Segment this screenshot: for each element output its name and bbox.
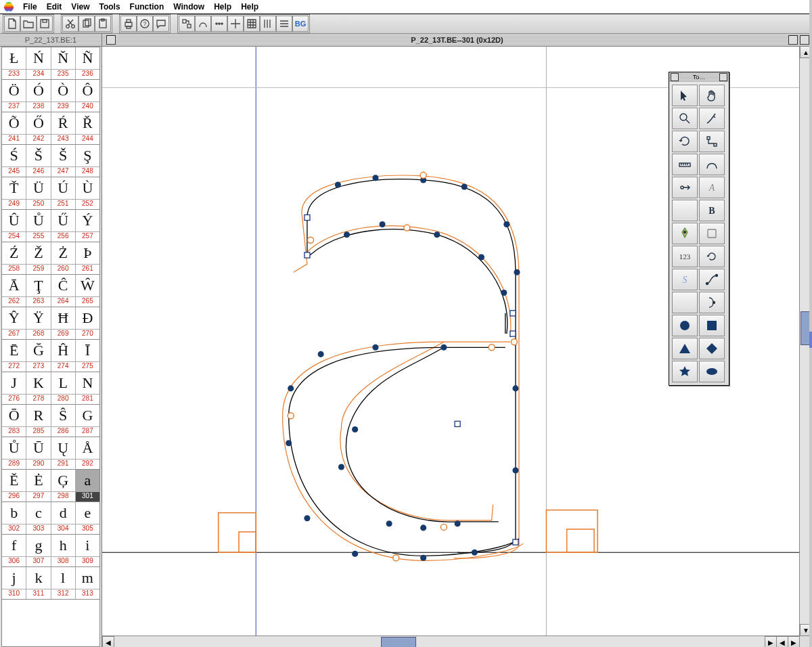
menu-window[interactable]: Window	[173, 2, 204, 12]
triangle-shape[interactable]	[672, 338, 698, 359]
glyph-cell-274[interactable]: Ĥ274	[51, 340, 76, 372]
paste-button[interactable]	[95, 16, 111, 32]
glyph-cell-303[interactable]: c303	[26, 502, 51, 535]
glyph-cell-290[interactable]: Ū290	[26, 437, 51, 470]
tools-palette-titlebar[interactable]: To…	[669, 72, 729, 82]
rotate-tool[interactable]	[672, 131, 698, 152]
glyph-cell-313[interactable]: m313	[76, 567, 99, 600]
glyph-cell-269[interactable]: Ħ269	[51, 307, 76, 340]
glyph-cell-302[interactable]: b302	[2, 502, 26, 535]
rows-button[interactable]	[276, 16, 292, 32]
glyph-cell-286[interactable]: Ŝ286	[51, 405, 76, 437]
glyph-cell-273[interactable]: Ğ273	[26, 340, 51, 372]
glyph-cell-251[interactable]: Ú251	[51, 177, 76, 210]
measure-button[interactable]	[211, 16, 227, 32]
glyph-cell-312[interactable]: l312	[51, 567, 76, 600]
glyph-cell-260[interactable]: Ż260	[51, 242, 76, 275]
glyph-cell-258[interactable]: Ź258	[2, 242, 26, 275]
glyph-cell-311[interactable]: k311	[26, 567, 51, 600]
zoom-tool[interactable]	[672, 108, 698, 129]
scroll-thumb-horizontal[interactable]	[381, 637, 416, 647]
glyph-cell-281[interactable]: N281	[76, 372, 99, 405]
scroll-next-glyph-icon[interactable]: ▶	[788, 636, 800, 647]
glyph-cell-296[interactable]: Ě296	[2, 470, 26, 502]
font-panel-title[interactable]: P_22_13T.BE:1	[0, 34, 102, 47]
ruler-tool[interactable]	[672, 154, 698, 175]
glyph-cell-248[interactable]: Ş248	[76, 145, 99, 177]
blank-2[interactable]	[672, 292, 698, 313]
glyph-cell-264[interactable]: Ĉ264	[51, 275, 76, 307]
metrics-tool[interactable]	[699, 223, 725, 244]
copy-button[interactable]	[78, 16, 95, 32]
glyph-cell-297[interactable]: Ė297	[26, 470, 51, 502]
glyph-cell-234[interactable]: Ń234	[26, 47, 51, 80]
refresh-tool[interactable]	[699, 246, 725, 267]
glyph-cell-272[interactable]: Ē272	[2, 340, 26, 372]
glyph-cell-267[interactable]: Ŷ267	[2, 307, 26, 340]
contour-tool[interactable]	[699, 292, 725, 313]
transform-button[interactable]	[179, 16, 195, 32]
apple-menu-icon[interactable]	[4, 2, 14, 12]
pen-tool[interactable]	[672, 223, 698, 244]
menu-edit[interactable]: Edit	[47, 2, 62, 12]
snap-button[interactable]	[195, 16, 211, 32]
glyph-cell-233[interactable]: Ł233	[2, 47, 26, 80]
editor-horizontal-scrollbar[interactable]: ◀ ▶ ◀ ▶	[102, 635, 800, 647]
close-icon[interactable]	[106, 35, 116, 45]
glyph-cell-249[interactable]: Ť249	[2, 177, 26, 210]
glyph-cell-244[interactable]: Ř244	[76, 112, 99, 145]
tools-palette[interactable]: To… AB123S	[669, 72, 729, 386]
menu-function[interactable]: Function	[130, 2, 164, 12]
glyph-cell-276[interactable]: J276	[2, 372, 26, 405]
menu-view[interactable]: View	[71, 2, 89, 12]
crosshair-button[interactable]	[227, 16, 244, 32]
knife-tool[interactable]	[699, 108, 725, 129]
glyph-cell-306[interactable]: f306	[2, 535, 26, 567]
glyph-cell-250[interactable]: Ü250	[26, 177, 51, 210]
glyph-cell-308[interactable]: h308	[51, 535, 76, 567]
glyph-cell-292[interactable]: Å292	[76, 437, 99, 470]
text-tool[interactable]: A	[699, 177, 725, 198]
glyph-cell-261[interactable]: Þ261	[76, 242, 99, 275]
glyph-cell-307[interactable]: g307	[26, 535, 51, 567]
palette-close-icon[interactable]	[671, 73, 679, 81]
glyph-cell-236[interactable]: Ñ236	[76, 47, 99, 80]
glyph-cell-238[interactable]: Ó238	[26, 80, 51, 112]
bg-toggle-button[interactable]: BG	[292, 16, 309, 32]
smooth-tool[interactable]: S	[672, 269, 698, 290]
diamond-shape[interactable]	[699, 338, 725, 359]
glyph-cell-275[interactable]: Ī275	[76, 340, 99, 372]
glyph-cell-247[interactable]: Š247	[51, 145, 76, 177]
zoom-box-icon[interactable]	[788, 35, 798, 45]
measure-tool[interactable]	[672, 177, 698, 198]
glyph-cell-287[interactable]: G287	[76, 405, 99, 437]
glyph-cell-270[interactable]: Đ270	[76, 307, 99, 340]
application-scrollbar[interactable]	[809, 0, 812, 647]
cut-button[interactable]	[62, 16, 78, 32]
glyph-cell-241[interactable]: Õ241	[2, 112, 26, 145]
context-help-button[interactable]: ?	[137, 16, 153, 32]
palette-shade-icon[interactable]	[719, 73, 727, 81]
glyph-cell-237[interactable]: Ö237	[2, 80, 26, 112]
new-file-button[interactable]	[4, 16, 20, 32]
glyph-cell-265[interactable]: Ŵ265	[76, 275, 99, 307]
glyph-cell-280[interactable]: L280	[51, 372, 76, 405]
help-button[interactable]	[153, 16, 169, 32]
glyph-cell-310[interactable]: j310	[2, 567, 26, 600]
glyph-cell-301[interactable]: a301	[76, 470, 99, 502]
corner-tool[interactable]	[699, 131, 725, 152]
glyph-cell-257[interactable]: Ý257	[76, 210, 99, 242]
menu-help-2[interactable]: Help	[241, 2, 258, 12]
hand-tool[interactable]	[699, 85, 725, 106]
selection-tool[interactable]	[672, 85, 698, 106]
glyph-cell-309[interactable]: i309	[76, 535, 99, 567]
glyph-grid[interactable]: Ł233Ń234Ň235Ñ236Ö237Ó238Ò239Ô240Õ241Ő242…	[1, 47, 100, 647]
bold-tool[interactable]: B	[699, 200, 725, 221]
glyph-cell-239[interactable]: Ò239	[51, 80, 76, 112]
grid-button[interactable]	[244, 16, 260, 32]
glyph-cell-254[interactable]: Û254	[2, 210, 26, 242]
glyph-cell-268[interactable]: Ÿ268	[26, 307, 51, 340]
glyph-cell-240[interactable]: Ô240	[76, 80, 99, 112]
save-file-button[interactable]	[37, 16, 53, 32]
star-shape[interactable]	[672, 361, 698, 382]
